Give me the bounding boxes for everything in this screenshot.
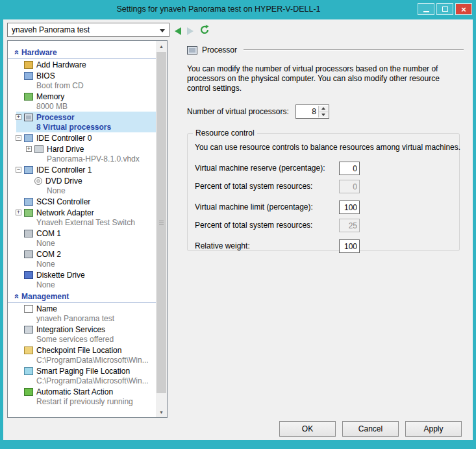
tree-item-subtext: C:\ProgramData\Microsoft\Win...	[8, 356, 156, 365]
cancel-button[interactable]: Cancel	[342, 421, 399, 437]
collapse-chevrons-icon: »	[11, 48, 21, 57]
tree-item-memory[interactable]: Memory8000 MB	[8, 91, 156, 112]
tree-item-checkpoint-file-location[interactable]: Checkpoint File LocationC:\ProgramData\M…	[8, 345, 156, 365]
section-header-management[interactable]: »Management	[8, 290, 156, 303]
name-icon	[24, 305, 33, 313]
tree-item-scsi-controller[interactable]: SCSI Controller	[8, 196, 156, 207]
virtual-machine-limit-percentage-input[interactable]	[339, 200, 360, 214]
checkpoint-icon	[24, 346, 33, 354]
section-header-hardware[interactable]: »Hardware	[8, 46, 156, 59]
tree-item-subtext: Panorama-HPV-8.1.0.vhdx	[8, 154, 156, 164]
tree-item-name[interactable]: Nameynaveh Panorama test	[8, 303, 156, 324]
minimize-button[interactable]	[418, 3, 434, 15]
resource-row-label: Relative weight:	[195, 239, 250, 253]
expand-icon[interactable]: +	[16, 210, 21, 215]
tree-item-automatic-start-action[interactable]: Automatic Start ActionRestart if previou…	[8, 386, 156, 407]
maximize-button[interactable]	[436, 3, 453, 15]
scsi-controller-icon	[24, 198, 33, 206]
resource-control-group: Resource control You can use resource co…	[187, 133, 460, 251]
titlebar[interactable]: Settings for ynaveh Panorama test on HYP…	[0, 0, 476, 19]
pane-description: You can modify the number of virtual pro…	[187, 64, 464, 93]
add-hardware-icon	[24, 61, 33, 69]
tree-item-subtext: Restart if previously running	[8, 397, 156, 407]
tree-item-label: DVD Drive	[45, 176, 82, 186]
tree-item-network-adapter[interactable]: +Network AdapterYnaveh External Test Swi…	[8, 207, 156, 228]
scrollbar-grip-icon	[159, 223, 164, 223]
vm-selector-dropdown[interactable]: ynaveh Panorama test	[7, 23, 169, 37]
com-port-icon	[24, 250, 33, 258]
relative-weight-input[interactable]	[339, 239, 360, 253]
tree-item-processor[interactable]: +Processor8 Virtual processors	[8, 112, 156, 132]
diskette-icon	[24, 271, 33, 279]
tree-item-label: Add Hardware	[36, 60, 86, 69]
processor-icon	[24, 114, 33, 121]
tree-item-subtext: None	[8, 260, 156, 269]
collapse-icon[interactable]: −	[16, 135, 21, 141]
settings-window: Settings for ynaveh Panorama test on HYP…	[0, 0, 476, 449]
tree-item-com-2[interactable]: COM 2None	[8, 249, 156, 269]
tree-item-label: Diskette Drive	[36, 271, 85, 280]
tree-item-subtext: C:\ProgramData\Microsoft\Win...	[8, 376, 156, 386]
tree-item-label: Integration Services	[36, 325, 105, 334]
resource-control-description: You can use resource controls to balance…	[195, 143, 459, 152]
tree-item-dvd-drive[interactable]: DVD DriveNone	[8, 175, 156, 196]
resource-row-percent-of-total-system-resources: Percent of total system resources:	[195, 219, 459, 233]
tree-item-label: Network Adapter	[36, 208, 94, 217]
tree-item-label: Memory	[36, 92, 64, 101]
spin-down-button[interactable]	[319, 112, 328, 118]
spin-up-button[interactable]	[319, 106, 328, 112]
spin-down-icon	[321, 114, 325, 116]
spinner-buttons	[318, 106, 328, 117]
window-title: Settings for ynaveh Panorama test on HYP…	[26, 5, 411, 14]
scrollbar-thumb[interactable]	[157, 52, 166, 393]
scroll-down-icon[interactable]: ▼	[156, 407, 167, 417]
collapse-icon[interactable]: −	[16, 167, 21, 173]
dialog-body: ynaveh Panorama test »HardwareAdd Hardwa…	[3, 19, 473, 440]
tree-item-label: Hard Drive	[47, 145, 84, 154]
tree-item-hard-drive[interactable]: +Hard DrivePanorama-HPV-8.1.0.vhdx	[8, 143, 156, 164]
processor-settings-pane: Processor You can modify the number of v…	[170, 40, 471, 410]
window-controls: ×	[418, 3, 472, 15]
tree-item-ide-controller-0[interactable]: −IDE Controller 0	[8, 132, 156, 143]
tree-item-diskette-drive[interactable]: Diskette DriveNone	[8, 269, 156, 290]
expand-icon[interactable]: +	[16, 114, 21, 120]
chevron-down-icon	[160, 29, 165, 32]
tree-item-add-hardware[interactable]: Add Hardware	[8, 59, 156, 70]
close-button[interactable]: ×	[455, 3, 472, 15]
tree-item-label: COM 1	[36, 229, 61, 238]
tree-item-ide-controller-1[interactable]: −IDE Controller 1	[8, 164, 156, 175]
processor-icon	[187, 46, 197, 55]
back-icon[interactable]	[175, 27, 181, 35]
minimize-icon	[423, 11, 429, 12]
resource-row-label: Percent of total system resources:	[195, 180, 312, 193]
tree-item-integration-services[interactable]: Integration ServicesSome services offere…	[8, 324, 156, 345]
virtual-processors-value: 8	[312, 107, 316, 116]
pane-header: Processor	[187, 45, 464, 55]
section-label: Management	[21, 292, 69, 301]
hardware-tree: »HardwareAdd HardwareBIOSBoot from CDMem…	[8, 41, 156, 417]
tree-item-label: COM 2	[36, 250, 61, 259]
vm-selector-value: ynaveh Panorama test	[12, 25, 90, 34]
tree-item-label: Automatic Start Action	[36, 387, 113, 396]
virtual-processors-input[interactable]: 8	[295, 104, 329, 119]
tree-item-bios[interactable]: BIOSBoot from CD	[8, 70, 156, 91]
tree-item-smart-paging-file-location[interactable]: Smart Paging File LocationC:\ProgramData…	[8, 365, 156, 386]
tree-item-label: Smart Paging File Location	[36, 367, 130, 376]
scroll-up-icon[interactable]: ▲	[156, 41, 167, 51]
expand-icon[interactable]: +	[26, 146, 32, 152]
section-label: Hardware	[21, 48, 57, 57]
tree-item-label: BIOS	[36, 71, 55, 80]
refresh-icon[interactable]	[199, 25, 210, 37]
apply-button[interactable]: Apply	[405, 421, 462, 437]
ide-controller-icon	[24, 134, 33, 142]
resource-row-virtual-machine-reserve-percentage: Virtual machine reserve (percentage):	[195, 162, 459, 176]
tree-item-com-1[interactable]: COM 1None	[8, 228, 156, 249]
ok-button[interactable]: OK	[279, 421, 336, 437]
forward-icon[interactable]	[187, 27, 194, 35]
resource-control-title: Resource control	[193, 128, 257, 138]
virtual-machine-reserve-percentage-input[interactable]	[339, 162, 360, 175]
tree-scrollbar[interactable]: ▲ ▼	[156, 41, 167, 417]
pane-title: Processor	[202, 45, 237, 55]
hard-drive-icon	[34, 145, 44, 153]
resource-row-percent-of-total-system-resources: Percent of total system resources:	[195, 180, 459, 194]
